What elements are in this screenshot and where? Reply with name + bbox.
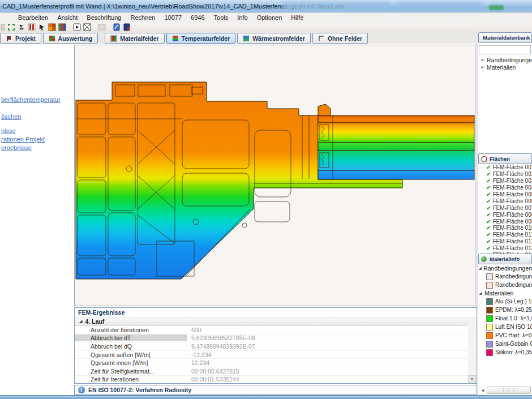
redacted-area [396,2,481,10]
fem-surface-item[interactable]: ✔FEM-Fläche 003 [478,178,532,185]
check-icon: ✔ [486,198,491,204]
fem-scrollbar[interactable]: ▼ [468,318,476,383]
sidebar-link[interactable]: öschen [1,113,21,120]
material-item[interactable]: Randbedingung [478,281,532,289]
materialinfo-header[interactable]: Materialinfo [478,254,532,264]
menu-item-tools[interactable]: Tools [209,12,233,23]
clipped-icon[interactable] [0,23,6,32]
menu-item-ansicht[interactable]: Ansicht [53,12,82,23]
tree-item-randbedingungen[interactable]: ▶Randbedingungen [480,56,532,63]
material-tree: ▶Randbedingungen▶Materialien [480,56,532,71]
material-item[interactable]: Float 1.0: λ=1,0 [478,314,532,323]
material-item[interactable]: Saint-Gobain G [478,340,532,348]
tab-waermestromfelder[interactable]: Wärmestromfelder [237,33,311,44]
window-bottom-edge [0,395,532,399]
check-icon: ✔ [486,218,491,225]
check-icon: ✔ [486,205,491,211]
scroll-left-icon[interactable]: ◀ [480,387,486,394]
expander-icon[interactable]: ◢ [478,291,483,295]
expander-icon[interactable]: ◢ [79,319,82,324]
expander-icon[interactable]: ◢ [478,266,482,271]
fem-surface-item[interactable]: ✔FEM-Fläche 004 [478,185,532,191]
table-columns-icon[interactable] [27,23,36,32]
fem-surface-item[interactable]: ✔FEM-Fläche 005 [478,191,532,198]
thermal-canvas[interactable] [74,45,476,306]
notes-icon[interactable] [111,23,121,32]
scrollbar-thumb[interactable]: ⋮⋮⋮ [487,387,531,394]
svg-text:Σ: Σ [19,23,24,31]
menu-item-bearbeiten[interactable]: Bearbeiten [14,12,53,23]
expander-icon[interactable]: ▶ [480,65,485,70]
redacted-badge [489,5,504,10]
fem-surface-item[interactable]: ✔FEM-Fläche 006 [478,198,532,204]
material-item[interactable]: Silikon: λ=0,350 [478,348,532,357]
material-group[interactable]: ◢Randbedingungen [478,264,532,272]
sidebar-link[interactable]: rationen Projekt [1,136,45,143]
run-icon[interactable] [72,23,81,32]
check-icon: ✔ [486,191,491,198]
fit-view-icon[interactable] [6,23,16,32]
mesh-icon[interactable] [82,23,92,32]
info-icon: i [78,387,85,393]
material-search-input[interactable] [479,45,531,54]
polygon-icon [480,156,487,162]
material-item[interactable]: Alu (Si-Leg.) 16 [478,297,532,306]
fem-result-row[interactable]: Qgesamt innen [W/m]12,234 [75,359,477,367]
material-item[interactable]: Randbedingung [478,272,532,281]
flaechen-header[interactable]: Flächen [478,153,532,164]
materialinfo-tree: ◢RandbedingungenRandbedingungRandbedingu… [478,264,532,395]
sidebar-link[interactable]: nisse [1,127,16,134]
tab-materialfelder[interactable]: Materialfelder [105,33,164,44]
tab-temperaturfelder[interactable]: Temperaturfelder [166,33,236,44]
fem-surface-item[interactable]: ✔FEM-Fläche 009 [478,218,532,225]
fem-result-row[interactable]: Qgesamt außen [W/m]-12,234 [75,351,477,359]
color-swatch [486,324,493,331]
fem-surface-item[interactable]: ✔FEM-Fläche 011 [478,231,532,238]
material-fields-icon[interactable] [47,23,57,32]
menu-item-10077[interactable]: 10077 [160,12,187,23]
sigma-icon[interactable]: Σ [16,23,26,32]
title-bar: CAD_1Musterfensterprofil mit Wand | X:\1… [0,0,532,12]
material-item[interactable]: PVC Hart: λ=0,1 [478,331,532,340]
annotate-cursor-icon[interactable] [37,23,46,32]
fem-result-row[interactable]: Anzahl der Iterationen600 [75,326,477,334]
material-group[interactable]: ◢Materialien [478,289,532,297]
material-item[interactable]: EPDM: λ=0,250 [478,306,532,314]
menu-item-beschriftung[interactable]: Beschriftung [82,12,126,23]
menu-item-hilfe[interactable]: Hilfe [286,12,308,23]
fem-surface-item[interactable]: ✔FEM-Fläche 007 [478,204,532,211]
menu-item-rechnen[interactable]: Rechnen [126,12,160,23]
scroll-down-icon[interactable]: ▼ [468,375,476,383]
menu-item-optionen[interactable]: Optionen [252,12,287,23]
menu-bar: BearbeitenAnsichtBeschriftungRechnen1007… [0,12,532,23]
horizontal-scrollbar[interactable]: ◀ ⋮⋮⋮ [480,386,531,394]
temperature-fields-icon[interactable] [57,23,67,32]
material-item[interactable]: Luft EN ISO 100 [478,323,532,331]
color-swatch [486,273,493,280]
menu-item-info[interactable]: Info [233,12,252,23]
fem-surface-item[interactable]: ✔FEM-Fläche 001 [478,164,532,171]
fem-result-row[interactable]: Abbruch bei dT5,62305698532785E-08 [75,334,477,343]
sidebar-link[interactable]: ergebnisse [1,144,32,151]
fem-run-group[interactable]: ◢ 4. Lauf [75,318,477,326]
tab-ohnefelder[interactable]: Ohne Felder [312,33,368,44]
expander-icon[interactable]: ▶ [480,58,485,62]
fem-surface-item[interactable]: ✔FEM-Fläche 013 [478,245,532,252]
sidebar-link[interactable]: berflächentemperatur [1,96,61,103]
tab-auswertung[interactable]: Auswertung [43,33,98,44]
fem-surface-item[interactable]: ✔FEM-Fläche 010 [478,225,532,231]
color-swatch [486,341,493,347]
menu-item-6946[interactable]: 6946 [186,12,209,23]
materialdatenbank-button[interactable]: Materialdatenbank [478,32,532,43]
fem-surface-item[interactable]: ✔FEM-Fläche 002 [478,171,532,178]
tree-item-materialien[interactable]: ▶Materialien [480,63,532,71]
fem-results-title: FEM-Ergebnisse [75,308,477,318]
tab-projekt[interactable]: Projekt [0,33,41,44]
fem-surface-item[interactable]: ✔FEM-Fläche 008 [478,211,532,218]
redacted-area [283,2,391,10]
fem-result-row[interactable]: Abbruch bei dQ9,47489094839392E-07 [75,342,477,351]
database-book-icon[interactable] [122,23,131,32]
fem-result-row[interactable]: Zeit für Steifigkeitsmat...00:00:00.6427… [75,367,477,376]
fem-result-row[interactable]: Zeit für Iterationen00:00:01.5335244 [75,376,477,384]
fem-surface-item[interactable]: ✔FEM-Fläche 012 [478,238,532,245]
